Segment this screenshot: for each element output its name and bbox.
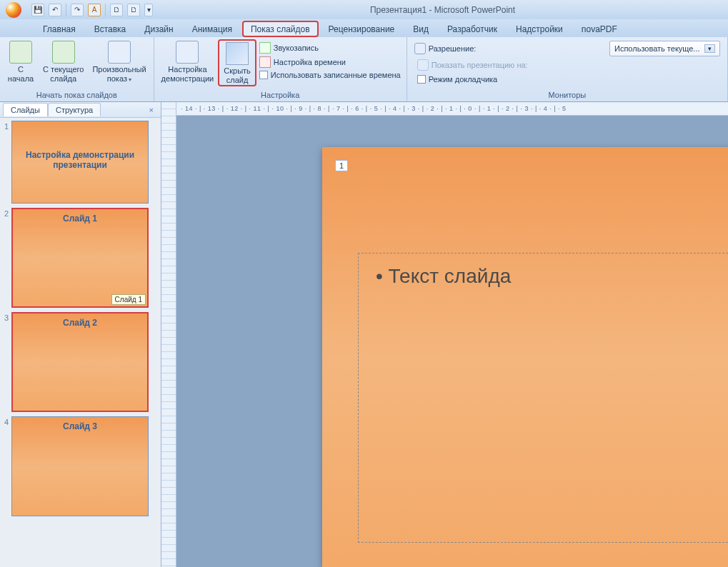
resolution-label: Разрешение: (429, 44, 477, 53)
thumb-number: 3 (1, 312, 11, 322)
show-on-label: Показать презентацию на: (432, 61, 528, 69)
resolution-dropdown[interactable]: Использовать текуще... ▾ (609, 41, 720, 56)
tab-addins[interactable]: Надстройки (507, 21, 572, 37)
slides-panel: Слайды Структура × 1Настройка демонстрац… (0, 102, 161, 567)
thumb-title: Настройка демонстрации презентации (12, 121, 148, 199)
tab-design[interactable]: Дизайн (136, 21, 181, 37)
record-narration-button[interactable]: Звукозапись (256, 41, 404, 55)
slide-canvas[interactable]: 1 Слайд 2 • Текст слайда (322, 147, 728, 567)
horizontal-ruler: · 14 · | · 13 · | · 12 · | · 11 · | · 10… (176, 102, 728, 116)
group-setup: Настройка демонстрации Скрыть слайд Звук… (154, 37, 407, 101)
rehearse-timings-button[interactable]: Настройка времени (256, 55, 404, 69)
side-tab-slides[interactable]: Слайды (3, 103, 48, 116)
clock-icon (259, 56, 271, 68)
thumb-badge: Слайд 1 (111, 294, 146, 305)
qat-menu[interactable]: ▾ (144, 4, 153, 16)
thumb-row[interactable]: 2Слайд 1Слайд 1 (1, 208, 159, 308)
resolution-value: Использовать текуще... (614, 44, 700, 53)
slide-number-badge: 1 (335, 160, 348, 171)
vertical-ruler (161, 102, 176, 567)
thumb-title: Слайд 3 (54, 417, 106, 436)
quick-access-toolbar: 💾 ↶ ↷ A 🗋 🗋 ▾ (27, 4, 157, 16)
group-start-label: Начать показ слайдов (3, 89, 151, 101)
slide-thumbnail[interactable]: Настройка демонстрации презентации (11, 121, 149, 204)
presenter-view-checkbox[interactable]: Режим докладчика (414, 74, 720, 85)
title-bar: 💾 ↶ ↷ A 🗋 🗋 ▾ Презентация1 - Microsoft P… (0, 0, 728, 19)
edit-area: · 14 · | · 13 · | · 12 · | · 11 · | · 10… (161, 102, 728, 567)
group-setup-label: Настройка (157, 89, 404, 101)
side-tabs: Слайды Структура × (0, 102, 161, 118)
from-current-label: С текущего слайда (43, 65, 84, 84)
qat-font-box[interactable]: A (88, 4, 101, 16)
group-start-slideshow: С начала С текущего слайда Произвольный … (0, 37, 154, 101)
qat-new1[interactable]: 🗋 (110, 4, 123, 16)
ribbon: С начала С текущего слайда Произвольный … (0, 37, 728, 102)
ribbon-tabs: Главная Вставка Дизайн Анимация Показ сл… (0, 19, 728, 37)
thumb-row[interactable]: 3Слайд 2 (1, 312, 159, 412)
slide-thumbnail[interactable]: Слайд 3 (11, 416, 149, 516)
qat-separator (105, 4, 106, 16)
presenter-view-label: Режим докладчика (429, 75, 497, 84)
tab-home[interactable]: Главная (34, 21, 84, 37)
slide-thumbnail[interactable]: Слайд 2 (11, 312, 149, 412)
qat-save[interactable]: 💾 (31, 4, 44, 16)
play-current-icon (52, 41, 75, 64)
slide-canvas-area[interactable]: 1 Слайд 2 • Текст слайда (176, 116, 728, 567)
rehearse-timings-label: Настройка времени (274, 58, 346, 66)
main-column: · 14 · | · 13 · | · 12 · | · 11 · | · 10… (176, 102, 728, 567)
side-panel-close[interactable]: × (146, 106, 156, 114)
qat-undo[interactable]: ↶ (49, 4, 61, 16)
bullet-text[interactable]: • Текст слайда (359, 254, 728, 299)
slide-thumbnail[interactable]: Слайд 1Слайд 1 (11, 208, 149, 308)
from-beginning-button[interactable]: С начала (3, 39, 39, 84)
content-placeholder[interactable]: • Текст слайда (358, 253, 728, 543)
tab-developer[interactable]: Разработчик (439, 21, 506, 37)
use-timings-label: Использовать записанные времена (271, 71, 401, 79)
checkbox-icon (259, 71, 268, 79)
tab-view[interactable]: Вид (404, 21, 437, 37)
chevron-down-icon: ▾ (704, 44, 715, 53)
play-icon (9, 41, 32, 64)
hide-slide-button[interactable]: Скрыть слайд (218, 39, 256, 86)
thumb-title: Слайд 2 (54, 313, 106, 332)
hide-slide-icon (226, 42, 249, 65)
office-button[interactable] (0, 0, 27, 19)
thumb-number: 1 (1, 121, 11, 131)
thumb-number: 4 (1, 416, 11, 426)
checkbox-icon (417, 75, 426, 84)
hide-slide-label: Скрыть слайд (224, 66, 251, 85)
thumb-title: Слайд 1 (54, 209, 106, 228)
qat-redo[interactable]: ↷ (71, 4, 84, 16)
resolution-label-row: Разрешение: (414, 43, 477, 54)
thumbnails-list[interactable]: 1Настройка демонстрации презентации2Слай… (0, 118, 161, 567)
thumb-row[interactable]: 1Настройка демонстрации презентации (1, 121, 159, 204)
tab-insert[interactable]: Вставка (86, 21, 135, 37)
group-monitors: Разрешение: Использовать текуще... ▾ Пок… (407, 37, 728, 101)
record-narration-label: Звукозапись (274, 44, 319, 52)
mic-icon (259, 42, 271, 54)
tab-novapdf[interactable]: novaPDF (573, 21, 626, 37)
window-title: Презентация1 - Microsoft PowerPoint (157, 5, 728, 15)
monitor-icon (414, 43, 426, 54)
monitor-icon (417, 59, 429, 71)
group-monitors-label: Мониторы (410, 89, 724, 101)
custom-slideshow-button[interactable]: Произвольный показ (88, 39, 150, 84)
custom-slideshow-label: Произвольный показ (92, 65, 146, 84)
qat-new2[interactable]: 🗋 (127, 4, 140, 16)
from-beginning-label: С начала (8, 65, 34, 84)
tab-animation[interactable]: Анимация (184, 21, 241, 37)
tab-review[interactable]: Рецензирование (320, 21, 404, 37)
qat-separator (66, 4, 66, 16)
setup-show-icon (176, 41, 199, 64)
custom-show-icon (108, 41, 131, 64)
tab-slideshow[interactable]: Показ слайдов (242, 21, 319, 37)
setup-show-label: Настройка демонстрации (161, 65, 214, 84)
workspace: Слайды Структура × 1Настройка демонстрац… (0, 102, 728, 567)
setup-show-button[interactable]: Настройка демонстрации (157, 39, 219, 84)
use-timings-checkbox[interactable]: Использовать записанные времена (256, 69, 404, 81)
show-on-row: Показать презентацию на: (414, 58, 720, 72)
thumb-number: 2 (1, 208, 11, 218)
side-tab-outline[interactable]: Структура (48, 103, 101, 116)
from-current-button[interactable]: С текущего слайда (39, 39, 88, 84)
thumb-row[interactable]: 4Слайд 3 (1, 416, 159, 516)
